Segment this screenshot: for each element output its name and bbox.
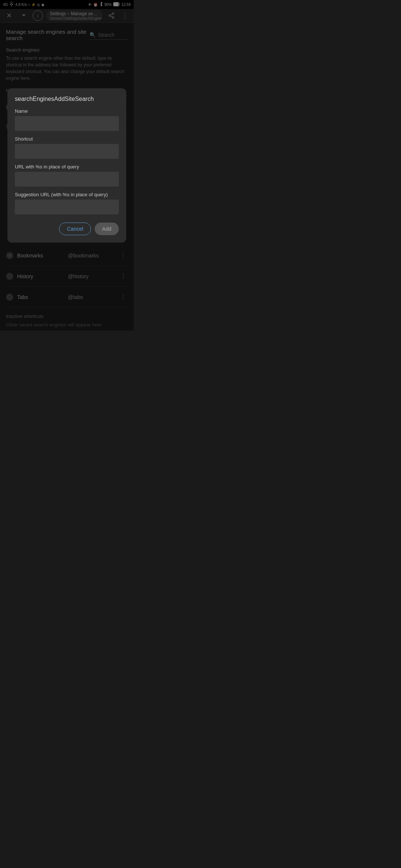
- url-input[interactable]: [15, 172, 119, 187]
- shortcut-input[interactable]: [15, 144, 119, 159]
- name-input[interactable]: [15, 116, 119, 131]
- modal-overlay: searchEnginesAddSiteSearch Name Shortcut…: [0, 0, 134, 331]
- suggestion-input[interactable]: [15, 200, 119, 214]
- dialog-title: searchEnginesAddSiteSearch: [15, 96, 119, 102]
- suggestion-label: Suggestion URL (with %s in place of quer…: [15, 192, 119, 197]
- url-label: URL with %s in place of query: [15, 164, 119, 170]
- add-site-search-dialog: searchEnginesAddSiteSearch Name Shortcut…: [7, 88, 126, 243]
- add-button[interactable]: Add: [95, 223, 119, 235]
- name-label: Name: [15, 108, 119, 114]
- shortcut-label: Shortcut: [15, 136, 119, 142]
- cancel-button[interactable]: Cancel: [59, 223, 91, 235]
- dialog-buttons: Cancel Add: [15, 223, 119, 235]
